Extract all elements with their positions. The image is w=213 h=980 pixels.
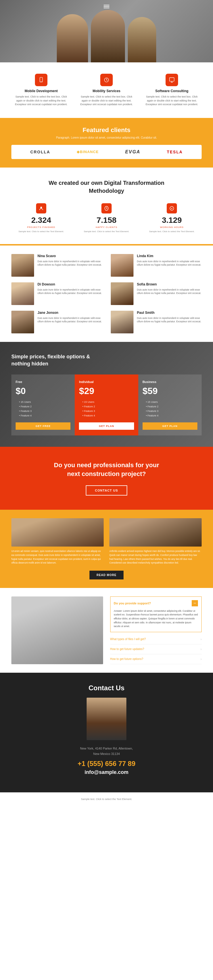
svg-point-1 bbox=[41, 81, 42, 82]
pricing-plan-business: Business $59 • 15 Users • Feature 2 • Fe… bbox=[138, 374, 202, 436]
team-name-5: Paul Smith bbox=[137, 311, 202, 315]
hero-people bbox=[57, 10, 156, 62]
team-info-0: Nina Scavo Duis aute irure dolor in repr… bbox=[37, 254, 102, 277]
plan-features-0: • 15 Users • Feature 2 • Feature 3 • Fea… bbox=[16, 400, 70, 418]
chevron-right-icon-0: › bbox=[200, 637, 202, 641]
blog-text-0[interactable]: Ut enim ad minim veniam, quis nostrud ex… bbox=[11, 549, 104, 565]
service-item-software: Software Consulting Sample text. Click t… bbox=[142, 71, 202, 110]
team-text-1[interactable]: Duis aute irure dolor in reprehenderit i… bbox=[137, 260, 202, 267]
faq-item-active: Do you provide support? − Answer: Lorem … bbox=[110, 597, 202, 632]
footer: Sample text. Click to select the Text El… bbox=[0, 792, 213, 806]
mobile-icon bbox=[35, 74, 47, 86]
services-section: Mobile Development Sample text. Click to… bbox=[0, 62, 213, 118]
stat-item-0: 2.324 PROJECTS FINISHED Sample text. Cli… bbox=[11, 203, 71, 233]
team-member-5: Paul Smith Duis aute irure dolor in repr… bbox=[111, 311, 202, 333]
faq-link-text-1: How to get future updates? bbox=[110, 648, 144, 651]
service-text-0[interactable]: Sample text. Click to select the text bo… bbox=[14, 95, 68, 107]
team-photo-3 bbox=[111, 282, 133, 305]
plan-btn-individual[interactable]: GET PLAN bbox=[79, 422, 134, 430]
pricing-plan-free: Free $0 • 15 Users • Feature 2 • Feature… bbox=[11, 374, 75, 436]
services-grid: Mobile Development Sample text. Click to… bbox=[11, 71, 202, 110]
digital-transform-section: We created our own Digital Transformatio… bbox=[0, 167, 213, 244]
contact-email[interactable]: info@sample.com bbox=[11, 769, 202, 775]
pricing-section: Simple prices, flexible options & nothin… bbox=[0, 342, 213, 447]
team-text-3[interactable]: Duis aute irure dolor in reprehenderit i… bbox=[137, 288, 202, 295]
cta-title: Do you need professionals for your next … bbox=[50, 461, 163, 479]
stat-item-2: 3.129 WORKING HOURS Sample text. Click t… bbox=[142, 203, 202, 233]
plan-btn-business[interactable]: GET PLAN bbox=[143, 422, 197, 430]
blog-text-1[interactable]: Arthritis evident arrived express highes… bbox=[109, 549, 202, 565]
blog-section: Ut enim ad minim veniam, quis nostrud ex… bbox=[0, 510, 213, 588]
plan-btn-free[interactable]: GET FREE bbox=[16, 422, 70, 430]
team-text-5[interactable]: Duis aute irure dolor in reprehenderit i… bbox=[137, 317, 202, 324]
team-name-2: Di Dowson bbox=[37, 282, 102, 286]
stats-grid: 2.324 PROJECTS FINISHED Sample text. Cli… bbox=[11, 203, 202, 233]
stat-number-0: 2.324 bbox=[11, 216, 71, 225]
team-name-4: Jane Jonson bbox=[37, 311, 102, 315]
plan-price-1: $29 bbox=[79, 386, 134, 396]
team-name-3: Sofia Brown bbox=[137, 282, 202, 286]
faq-link-0[interactable]: What types of files I will get? › bbox=[110, 635, 202, 644]
team-text-2[interactable]: Duis aute irure dolor in reprehenderit i… bbox=[37, 288, 102, 295]
footer-text[interactable]: Sample text. Click to select the Text El… bbox=[11, 798, 202, 800]
blog-grid: Ut enim ad minim veniam, quis nostrud ex… bbox=[11, 518, 202, 565]
team-info-4: Jane Jonson Duis aute irure dolor in rep… bbox=[37, 311, 102, 333]
team-photo-0 bbox=[11, 254, 34, 277]
client-logo-evga: EVGA bbox=[125, 150, 140, 154]
team-member-2: Di Dowson Duis aute irure dolor in repre… bbox=[11, 282, 102, 305]
faq-answer-active[interactable]: Answer: Lorem ipsum dolor sit amet, cons… bbox=[114, 609, 198, 628]
chevron-right-icon-1: › bbox=[200, 647, 202, 651]
blog-item-0: Ut enim ad minim veniam, quis nostrud ex… bbox=[11, 518, 104, 565]
contact-section: Contact Us New York, 4140 Parker Rd, All… bbox=[0, 673, 213, 792]
service-title-2: Software Consulting bbox=[145, 89, 199, 93]
team-member-0: Nina Scavo Duis aute irure dolor in repr… bbox=[11, 254, 102, 277]
team-info-3: Sofia Brown Duis aute irure dolor in rep… bbox=[137, 282, 202, 305]
faq-link-2[interactable]: How to get future options? › bbox=[110, 654, 202, 664]
pricing-title: Simple prices, flexible options & nothin… bbox=[11, 353, 96, 368]
faq-link-text-0: What types of files I will get? bbox=[110, 638, 146, 641]
stat-desc-2[interactable]: Sample text. Click to select the Text El… bbox=[142, 230, 202, 233]
team-grid: Nina Scavo Duis aute irure dolor in repr… bbox=[11, 254, 202, 333]
service-text-1[interactable]: Sample text. Click to select the text bo… bbox=[80, 95, 133, 107]
team-info-2: Di Dowson Duis aute irure dolor in repre… bbox=[37, 282, 102, 305]
stat-number-1: 7.158 bbox=[77, 216, 136, 225]
contact-us-button[interactable]: CONTACT US bbox=[86, 485, 127, 496]
digital-transform-title[interactable]: We created our own Digital Transformatio… bbox=[35, 179, 178, 195]
contact-address: New York, 4140 Parker Rd, Allentown,New … bbox=[11, 746, 202, 756]
mobility-icon bbox=[100, 74, 113, 86]
stat-icon-2 bbox=[167, 203, 177, 213]
read-more-button[interactable]: READ MORE bbox=[90, 571, 123, 579]
service-title-1: Mobility Services bbox=[80, 89, 133, 93]
plan-price-2: $59 bbox=[143, 386, 197, 396]
faq-link-1[interactable]: How to get future updates? › bbox=[110, 644, 202, 654]
team-photo-2 bbox=[11, 282, 34, 305]
hamburger-menu[interactable] bbox=[102, 3, 111, 10]
chevron-right-icon-2: › bbox=[200, 657, 202, 661]
stat-label-0: PROJECTS FINISHED bbox=[11, 226, 71, 229]
pricing-grid: Free $0 • 15 Users • Feature 2 • Feature… bbox=[11, 374, 202, 436]
faq-left-image bbox=[11, 597, 103, 664]
svg-point-4 bbox=[40, 207, 42, 208]
team-photo-4 bbox=[11, 311, 34, 333]
contact-photo bbox=[86, 698, 127, 740]
featured-clients-section: Featured clients Paragraph. Lorem ipsum … bbox=[0, 118, 213, 167]
team-member-4: Jane Jonson Duis aute irure dolor in rep… bbox=[11, 311, 102, 333]
client-logo-tesla: TESLA bbox=[167, 150, 183, 154]
team-member-1: Linda Kim Duis aute irure dolor in repre… bbox=[111, 254, 202, 277]
blog-photo-1 bbox=[109, 518, 202, 547]
service-item-mobility: Mobility Services Sample text. Click to … bbox=[77, 71, 136, 110]
svg-rect-3 bbox=[170, 78, 175, 81]
stat-desc-1[interactable]: Sample text. Click to select the Text El… bbox=[77, 230, 136, 233]
contact-phone[interactable]: +1 (555) 656 77 89 bbox=[11, 760, 202, 768]
team-photo-1 bbox=[111, 254, 133, 277]
plan-name-1: Individual bbox=[79, 380, 134, 383]
stat-desc-0[interactable]: Sample text. Click to select the Text El… bbox=[11, 230, 71, 233]
faq-link-text-2: How to get future options? bbox=[110, 657, 143, 660]
contact-title: Contact Us bbox=[11, 684, 202, 692]
team-text-4[interactable]: Duis aute irure dolor in reprehenderit i… bbox=[37, 317, 102, 324]
faq-question-active[interactable]: Do you provide support? − bbox=[114, 600, 198, 606]
client-logo-crolla: CROLLA bbox=[30, 150, 50, 154]
service-text-2[interactable]: Sample text. Click to select the text bo… bbox=[145, 95, 199, 107]
team-text-0[interactable]: Duis aute irure dolor in reprehenderit i… bbox=[37, 260, 102, 267]
team-section: Nina Scavo Duis aute irure dolor in repr… bbox=[0, 245, 213, 342]
